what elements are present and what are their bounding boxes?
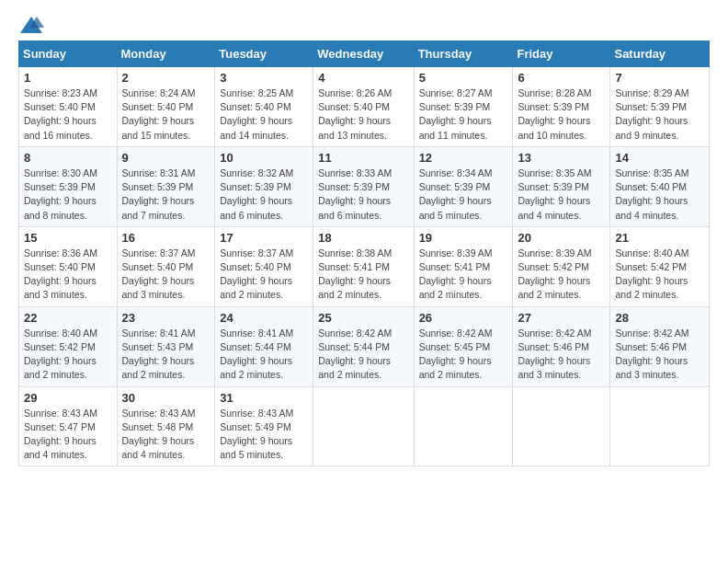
day-info: Sunrise: 8:28 AM Sunset: 5:39 PM Dayligh… (518, 87, 591, 141)
day-number: 16 (122, 231, 210, 245)
day-info: Sunrise: 8:38 AM Sunset: 5:41 PM Dayligh… (318, 247, 392, 301)
calendar-cell: 27 Sunrise: 8:42 AM Sunset: 5:46 PM Dayl… (513, 306, 610, 386)
calendar-cell: 28 Sunrise: 8:42 AM Sunset: 5:46 PM Dayl… (610, 306, 710, 386)
calendar-table: SundayMondayTuesdayWednesdayThursdayFrid… (18, 40, 710, 466)
day-info: Sunrise: 8:36 AM Sunset: 5:40 PM Dayligh… (24, 247, 97, 301)
calendar-cell (513, 386, 610, 466)
day-number: 13 (518, 151, 605, 165)
calendar-cell: 19 Sunrise: 8:39 AM Sunset: 5:41 PM Dayl… (414, 226, 513, 306)
calendar-cell: 12 Sunrise: 8:34 AM Sunset: 5:39 PM Dayl… (414, 146, 513, 226)
day-number: 22 (24, 311, 112, 325)
day-info: Sunrise: 8:37 AM Sunset: 5:40 PM Dayligh… (220, 247, 293, 301)
calendar-day-header: Wednesday (313, 41, 414, 67)
day-number: 21 (615, 231, 704, 245)
day-info: Sunrise: 8:27 AM Sunset: 5:39 PM Dayligh… (419, 87, 493, 141)
day-info: Sunrise: 8:39 AM Sunset: 5:41 PM Dayligh… (419, 247, 493, 301)
day-number: 8 (24, 151, 112, 165)
header (18, 15, 710, 35)
day-number: 29 (24, 391, 112, 405)
calendar-day-header: Sunday (19, 41, 118, 67)
calendar-day-header: Friday (513, 41, 610, 67)
calendar-day-header: Thursday (414, 41, 513, 67)
day-info: Sunrise: 8:40 AM Sunset: 5:42 PM Dayligh… (615, 247, 688, 301)
day-info: Sunrise: 8:40 AM Sunset: 5:42 PM Dayligh… (24, 327, 97, 381)
day-number: 18 (318, 231, 408, 245)
calendar-cell: 22 Sunrise: 8:40 AM Sunset: 5:42 PM Dayl… (19, 306, 118, 386)
calendar-cell: 5 Sunrise: 8:27 AM Sunset: 5:39 PM Dayli… (414, 67, 513, 147)
day-info: Sunrise: 8:42 AM Sunset: 5:46 PM Dayligh… (615, 327, 688, 381)
day-number: 1 (24, 71, 112, 85)
day-number: 9 (122, 151, 210, 165)
day-number: 10 (220, 151, 308, 165)
day-info: Sunrise: 8:35 AM Sunset: 5:39 PM Dayligh… (518, 167, 591, 221)
calendar-cell: 6 Sunrise: 8:28 AM Sunset: 5:39 PM Dayli… (513, 67, 610, 147)
day-number: 15 (24, 231, 112, 245)
calendar-day-header: Monday (117, 41, 215, 67)
day-info: Sunrise: 8:42 AM Sunset: 5:44 PM Dayligh… (318, 327, 392, 381)
calendar-cell: 1 Sunrise: 8:23 AM Sunset: 5:40 PM Dayli… (19, 67, 118, 147)
calendar-cell: 23 Sunrise: 8:41 AM Sunset: 5:43 PM Dayl… (117, 306, 215, 386)
day-number: 31 (220, 391, 308, 405)
day-info: Sunrise: 8:37 AM Sunset: 5:40 PM Dayligh… (122, 247, 196, 301)
calendar-cell: 21 Sunrise: 8:40 AM Sunset: 5:42 PM Dayl… (610, 226, 710, 306)
day-number: 5 (419, 71, 508, 85)
calendar-cell: 15 Sunrise: 8:36 AM Sunset: 5:40 PM Dayl… (19, 226, 118, 306)
day-info: Sunrise: 8:25 AM Sunset: 5:40 PM Dayligh… (220, 87, 293, 141)
day-number: 27 (518, 311, 605, 325)
day-info: Sunrise: 8:30 AM Sunset: 5:39 PM Dayligh… (24, 167, 97, 221)
day-info: Sunrise: 8:32 AM Sunset: 5:39 PM Dayligh… (220, 167, 293, 221)
day-info: Sunrise: 8:39 AM Sunset: 5:42 PM Dayligh… (518, 247, 591, 301)
day-number: 24 (220, 311, 308, 325)
day-number: 17 (220, 231, 308, 245)
day-number: 19 (419, 231, 508, 245)
calendar-header-row: SundayMondayTuesdayWednesdayThursdayFrid… (19, 41, 710, 67)
day-number: 3 (220, 71, 308, 85)
day-info: Sunrise: 8:34 AM Sunset: 5:39 PM Dayligh… (419, 167, 493, 221)
calendar-cell: 16 Sunrise: 8:37 AM Sunset: 5:40 PM Dayl… (117, 226, 215, 306)
day-number: 14 (615, 151, 704, 165)
day-number: 30 (122, 391, 210, 405)
logo-icon (18, 15, 44, 35)
calendar-cell: 17 Sunrise: 8:37 AM Sunset: 5:40 PM Dayl… (215, 226, 313, 306)
calendar-cell: 18 Sunrise: 8:38 AM Sunset: 5:41 PM Dayl… (313, 226, 414, 306)
calendar-cell: 8 Sunrise: 8:30 AM Sunset: 5:39 PM Dayli… (19, 146, 118, 226)
calendar-cell: 11 Sunrise: 8:33 AM Sunset: 5:39 PM Dayl… (313, 146, 414, 226)
calendar-cell: 29 Sunrise: 8:43 AM Sunset: 5:47 PM Dayl… (19, 386, 118, 466)
day-info: Sunrise: 8:31 AM Sunset: 5:39 PM Dayligh… (122, 167, 196, 221)
day-info: Sunrise: 8:43 AM Sunset: 5:49 PM Dayligh… (220, 408, 293, 461)
day-number: 20 (518, 231, 605, 245)
day-number: 28 (615, 311, 704, 325)
calendar-cell: 9 Sunrise: 8:31 AM Sunset: 5:39 PM Dayli… (117, 146, 215, 226)
calendar-cell: 24 Sunrise: 8:41 AM Sunset: 5:44 PM Dayl… (215, 306, 313, 386)
day-number: 11 (318, 151, 408, 165)
calendar-cell: 4 Sunrise: 8:26 AM Sunset: 5:40 PM Dayli… (313, 67, 414, 147)
calendar-cell (313, 386, 414, 466)
calendar-body: 1 Sunrise: 8:23 AM Sunset: 5:40 PM Dayli… (19, 67, 710, 466)
day-number: 7 (615, 71, 704, 85)
calendar-day-header: Saturday (610, 41, 710, 67)
calendar-cell (414, 386, 513, 466)
calendar-cell: 26 Sunrise: 8:42 AM Sunset: 5:45 PM Dayl… (414, 306, 513, 386)
day-info: Sunrise: 8:42 AM Sunset: 5:46 PM Dayligh… (518, 327, 591, 381)
calendar-cell: 31 Sunrise: 8:43 AM Sunset: 5:49 PM Dayl… (215, 386, 313, 466)
calendar-cell: 20 Sunrise: 8:39 AM Sunset: 5:42 PM Dayl… (513, 226, 610, 306)
day-number: 25 (318, 311, 408, 325)
day-info: Sunrise: 8:42 AM Sunset: 5:45 PM Dayligh… (419, 327, 493, 381)
day-info: Sunrise: 8:26 AM Sunset: 5:40 PM Dayligh… (318, 87, 392, 141)
day-number: 4 (318, 71, 408, 85)
calendar-cell: 7 Sunrise: 8:29 AM Sunset: 5:39 PM Dayli… (610, 67, 710, 147)
calendar-cell: 13 Sunrise: 8:35 AM Sunset: 5:39 PM Dayl… (513, 146, 610, 226)
day-info: Sunrise: 8:33 AM Sunset: 5:39 PM Dayligh… (318, 167, 392, 221)
day-info: Sunrise: 8:24 AM Sunset: 5:40 PM Dayligh… (122, 87, 196, 141)
day-number: 2 (122, 71, 210, 85)
calendar-cell: 25 Sunrise: 8:42 AM Sunset: 5:44 PM Dayl… (313, 306, 414, 386)
day-number: 23 (122, 311, 210, 325)
logo (18, 15, 48, 35)
calendar-cell: 14 Sunrise: 8:35 AM Sunset: 5:40 PM Dayl… (610, 146, 710, 226)
day-info: Sunrise: 8:29 AM Sunset: 5:39 PM Dayligh… (615, 87, 688, 141)
day-number: 26 (419, 311, 508, 325)
calendar-cell: 3 Sunrise: 8:25 AM Sunset: 5:40 PM Dayli… (215, 67, 313, 147)
day-info: Sunrise: 8:41 AM Sunset: 5:43 PM Dayligh… (122, 327, 196, 381)
day-info: Sunrise: 8:41 AM Sunset: 5:44 PM Dayligh… (220, 327, 293, 381)
calendar-cell: 2 Sunrise: 8:24 AM Sunset: 5:40 PM Dayli… (117, 67, 215, 147)
